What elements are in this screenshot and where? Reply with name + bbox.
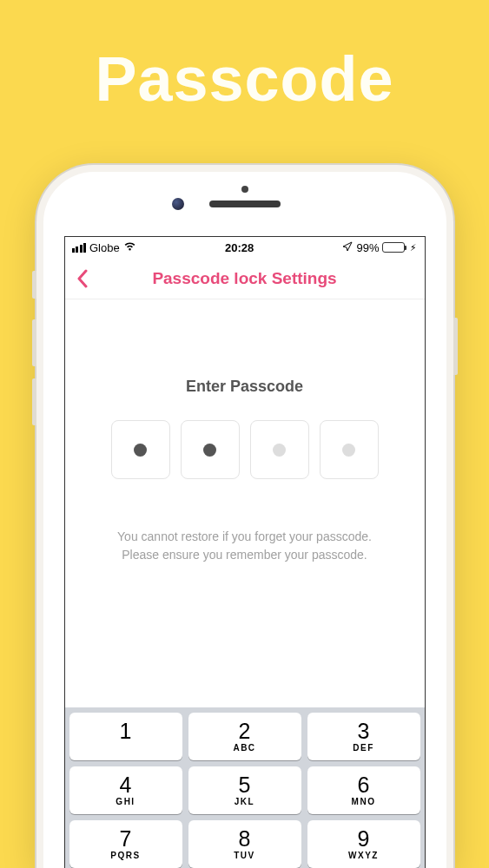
key-letters: JKL (235, 797, 254, 806)
phone-frame: Globe 20:28 99% ⚡︎ (36, 165, 453, 868)
back-button[interactable] (65, 269, 100, 288)
key-letters: TUV (234, 851, 255, 860)
phone-hardware-top (43, 172, 446, 236)
dot-filled-icon (203, 444, 216, 457)
keypad-key-4[interactable]: 4GHI (69, 766, 182, 814)
battery-icon (382, 242, 406, 253)
charging-icon: ⚡︎ (410, 242, 417, 253)
promo-title: Passcode (0, 43, 489, 115)
keypad-key-6[interactable]: 6MNO (307, 766, 420, 814)
keypad-key-7[interactable]: 7PQRS (69, 820, 182, 868)
wifi-icon (123, 241, 136, 254)
dot-empty-icon (342, 444, 355, 457)
passcode-digit-box[interactable] (250, 420, 309, 479)
passcode-dots (88, 420, 402, 479)
nav-header: Passcode lock Settings (65, 258, 425, 299)
location-icon (342, 241, 353, 254)
passcode-digit-box[interactable] (320, 420, 379, 479)
dot-empty-icon (273, 444, 286, 457)
key-letters: GHI (116, 797, 135, 806)
key-number: 4 (120, 774, 132, 796)
keypad-key-1[interactable]: 1 (69, 713, 182, 760)
key-number: 8 (239, 828, 251, 850)
carrier-label: Globe (89, 241, 120, 254)
dot-filled-icon (134, 444, 147, 457)
key-number: 9 (358, 828, 370, 850)
keypad-key-9[interactable]: 9WXYZ (307, 820, 420, 868)
numeric-keypad: 12ABC3DEF4GHI5JKL6MNO7PQRS8TUV9WXYZ (65, 707, 425, 868)
battery-percent: 99% (356, 241, 379, 254)
key-number: 6 (358, 774, 370, 796)
key-number: 5 (239, 774, 251, 796)
keypad-key-3[interactable]: 3DEF (307, 713, 420, 760)
key-letters: MNO (352, 797, 376, 806)
status-time: 20:28 (225, 241, 254, 254)
key-number: 3 (358, 720, 370, 742)
passcode-content: Enter Passcode You cannot restore if you… (65, 299, 425, 564)
key-number: 7 (120, 828, 132, 850)
passcode-digit-box[interactable] (181, 420, 240, 479)
nav-title: Passcode lock Settings (65, 269, 425, 288)
keypad-key-5[interactable]: 5JKL (188, 766, 301, 814)
signal-icon (72, 243, 87, 253)
key-letters: WXYZ (348, 851, 379, 860)
enter-passcode-label: Enter Passcode (88, 378, 402, 396)
keypad-key-2[interactable]: 2ABC (188, 713, 301, 760)
status-bar: Globe 20:28 99% ⚡︎ (65, 237, 425, 258)
hint-text: You cannot restore if you forget your pa… (88, 528, 402, 564)
key-number: 2 (239, 720, 251, 742)
passcode-digit-box[interactable] (111, 420, 170, 479)
key-number: 1 (120, 720, 132, 742)
key-letters: ABC (233, 743, 255, 753)
keypad-key-8[interactable]: 8TUV (188, 820, 301, 868)
key-letters: PQRS (110, 851, 140, 860)
key-letters: DEF (353, 743, 374, 753)
screen: Globe 20:28 99% ⚡︎ (64, 236, 426, 868)
